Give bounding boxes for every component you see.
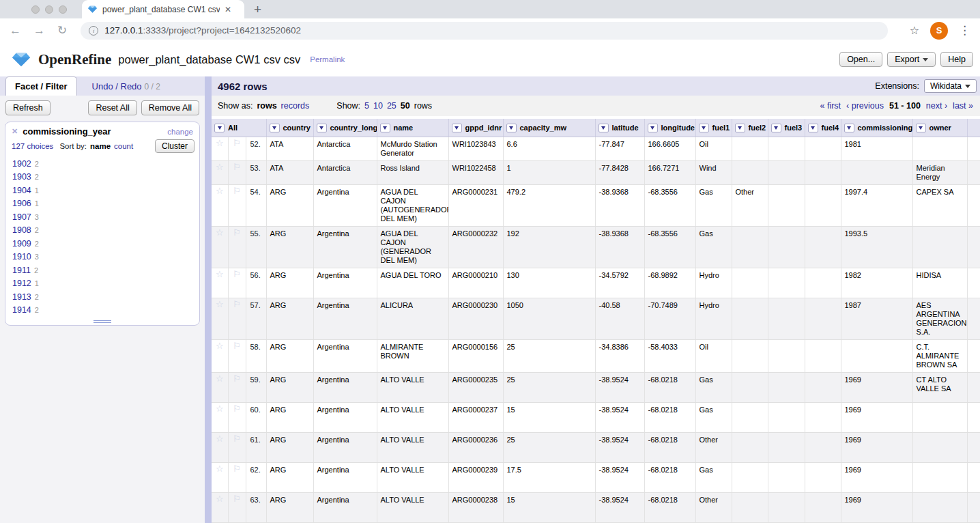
cell[interactable]: [768, 298, 805, 339]
cell[interactable]: -68.0218: [644, 372, 695, 402]
tab-undo-redo[interactable]: Undo / Redo0 / 2: [92, 81, 160, 96]
cell[interactable]: [805, 462, 841, 492]
flag-icon[interactable]: ⚐: [233, 373, 241, 384]
cell[interactable]: ARG: [266, 372, 313, 402]
star-icon[interactable]: ☆: [216, 227, 224, 238]
address-bar[interactable]: i 127.0.0.1:3333/project?project=1642132…: [81, 22, 887, 40]
cell[interactable]: 166.6605: [644, 137, 695, 160]
facet-choice-link[interactable]: 1911: [12, 266, 31, 275]
cell[interactable]: -77.8428: [595, 160, 644, 184]
row-star-cell[interactable]: ☆: [212, 160, 228, 184]
cell[interactable]: [768, 268, 805, 298]
star-icon[interactable]: ☆: [216, 434, 224, 444]
row-star-cell[interactable]: ☆: [212, 184, 228, 226]
column-dropdown-button[interactable]: [735, 124, 745, 132]
cell[interactable]: -68.9892: [644, 268, 695, 298]
page-size-option[interactable]: 5: [364, 101, 369, 111]
row-flag-cell[interactable]: ⚐: [228, 372, 246, 402]
cell[interactable]: Hydro: [695, 268, 732, 298]
cell[interactable]: [732, 268, 768, 298]
cell[interactable]: CT ALTO VALLE SA: [912, 372, 967, 402]
row-flag-cell[interactable]: ⚐: [228, 402, 246, 432]
remove-all-button[interactable]: Remove All: [141, 100, 199, 115]
page-size-option[interactable]: 10: [373, 101, 383, 111]
cell[interactable]: Antarctica: [313, 160, 377, 184]
extensions-dropdown[interactable]: Wikidata: [924, 79, 977, 93]
cell[interactable]: ARG: [266, 462, 313, 492]
cell[interactable]: Oil: [695, 339, 732, 372]
cell[interactable]: Gas: [695, 226, 732, 268]
cell[interactable]: Argentina: [313, 402, 377, 432]
cell[interactable]: -68.0218: [644, 492, 695, 522]
cell[interactable]: ARG: [266, 298, 313, 339]
flag-icon[interactable]: ⚐: [233, 227, 241, 238]
cell[interactable]: Other: [695, 492, 732, 522]
cell[interactable]: [768, 462, 805, 492]
facet-choice-link[interactable]: 1912: [12, 279, 31, 288]
column-dropdown-button[interactable]: [452, 124, 462, 132]
flag-icon[interactable]: ⚐: [233, 162, 241, 172]
cell[interactable]: ALTO VALLE: [377, 432, 448, 462]
cell[interactable]: -38.9524: [595, 432, 644, 462]
cell[interactable]: ARG: [266, 492, 313, 522]
cell[interactable]: Argentina: [313, 298, 377, 339]
cell[interactable]: [732, 462, 768, 492]
cell[interactable]: [768, 226, 805, 268]
cell[interactable]: 1982: [841, 268, 912, 298]
column-dropdown-button[interactable]: [506, 124, 517, 132]
flag-icon[interactable]: ⚐: [233, 269, 241, 279]
cell[interactable]: ALICURA: [377, 298, 448, 339]
cell[interactable]: ARG0000230: [448, 298, 503, 339]
cell[interactable]: -68.3556: [644, 226, 695, 268]
flag-icon[interactable]: ⚐: [233, 404, 241, 414]
row-star-cell[interactable]: ☆: [212, 137, 228, 160]
facet-close-icon[interactable]: ✕: [12, 127, 18, 136]
facet-choice-link[interactable]: 1906: [12, 199, 31, 208]
cell[interactable]: ARG0000238: [448, 492, 503, 522]
column-dropdown-button[interactable]: [270, 124, 280, 132]
flag-icon[interactable]: ⚐: [233, 341, 241, 351]
cell[interactable]: Gas: [695, 402, 732, 432]
cell[interactable]: [768, 339, 805, 372]
row-flag-cell[interactable]: ⚐: [228, 184, 246, 226]
cell[interactable]: Meridian Energy: [912, 160, 967, 184]
flag-icon[interactable]: ⚐: [233, 434, 241, 444]
row-flag-cell[interactable]: ⚐: [228, 339, 246, 372]
cell[interactable]: AGUA DEL TORO: [377, 268, 448, 298]
flag-icon[interactable]: ⚐: [233, 299, 241, 309]
row-flag-cell[interactable]: ⚐: [228, 160, 246, 184]
facet-resize-handle[interactable]: [5, 318, 199, 325]
cell[interactable]: [805, 137, 841, 160]
new-tab-button[interactable]: +: [254, 3, 261, 16]
column-dropdown-button[interactable]: [599, 124, 609, 132]
cell[interactable]: [912, 492, 967, 522]
cell[interactable]: ARG0000239: [448, 462, 503, 492]
cell[interactable]: ARG0000237: [448, 402, 503, 432]
cell[interactable]: Other: [732, 184, 768, 226]
star-icon[interactable]: ☆: [216, 162, 224, 172]
cell[interactable]: AES ARGENTINA GENERACION S.A.: [912, 298, 967, 339]
cell[interactable]: Argentina: [313, 339, 377, 372]
cell[interactable]: ARG: [266, 184, 313, 226]
cell[interactable]: 25: [503, 339, 595, 372]
cell[interactable]: WRI1022458: [448, 160, 503, 184]
cell[interactable]: -34.8386: [595, 339, 644, 372]
cell[interactable]: ALTO VALLE: [377, 492, 448, 522]
cell[interactable]: -70.7489: [644, 298, 695, 339]
cell[interactable]: [732, 372, 768, 402]
cell[interactable]: Argentina: [313, 492, 377, 522]
page-next-link[interactable]: next ›: [926, 101, 947, 111]
export-button[interactable]: Export: [887, 52, 936, 67]
row-flag-cell[interactable]: ⚐: [228, 432, 246, 462]
cell[interactable]: -68.0218: [644, 402, 695, 432]
row-flag-cell[interactable]: ⚐: [228, 137, 246, 160]
cell[interactable]: [768, 137, 805, 160]
cell[interactable]: Oil: [695, 137, 732, 160]
cell[interactable]: 1969: [841, 492, 912, 522]
cell[interactable]: WRI1023843: [448, 137, 503, 160]
cell[interactable]: [732, 492, 768, 522]
column-dropdown-button[interactable]: [380, 124, 390, 132]
cell[interactable]: ARG: [266, 268, 313, 298]
cell[interactable]: [805, 402, 841, 432]
cell[interactable]: -40.58: [595, 298, 644, 339]
